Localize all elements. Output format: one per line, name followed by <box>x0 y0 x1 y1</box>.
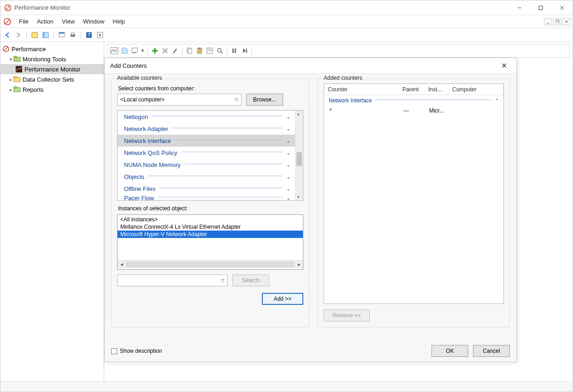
expand-icon[interactable]: ⌄ <box>286 138 290 144</box>
zoom-icon[interactable] <box>216 47 224 55</box>
svg-rect-42 <box>246 48 247 53</box>
svg-rect-41 <box>235 48 236 53</box>
svg-line-39 <box>221 52 223 53</box>
dropdown-icon[interactable]: ▼ <box>141 48 145 53</box>
expand-icon[interactable]: ⌄ <box>286 162 290 168</box>
counter-category-item[interactable]: Network Adapter⌄ <box>118 123 295 135</box>
window-title: Performance Monitor <box>14 4 509 11</box>
freeze-icon[interactable] <box>230 47 238 55</box>
menu-view[interactable]: View <box>58 17 78 26</box>
view-histogram-icon[interactable] <box>120 47 129 55</box>
counter-group-row[interactable]: Network Interface ⌃ <box>324 95 503 106</box>
horizontal-scrollbar[interactable]: ◂ ▸ <box>118 260 303 268</box>
collapse-icon[interactable]: ⌃ <box>495 98 499 104</box>
scroll-left-icon[interactable]: ◂ <box>118 261 125 268</box>
scroll-up-icon[interactable]: ▴ <box>297 112 300 116</box>
counter-category-list[interactable]: Netlogon⌄ Network Adapter⌄ Network Inter… <box>117 110 303 201</box>
show-description-label: Show description <box>120 348 162 354</box>
maximize-button[interactable] <box>530 0 551 15</box>
back-icon[interactable] <box>3 31 12 39</box>
new-window-icon[interactable] <box>58 31 66 39</box>
tree-reports[interactable]: ▸ Reports <box>0 84 104 95</box>
svg-rect-24 <box>14 77 17 78</box>
statusbar <box>0 381 573 392</box>
menu-action[interactable]: Action <box>33 17 57 26</box>
forward-icon[interactable] <box>14 31 23 39</box>
expand-icon[interactable]: ⌄ <box>286 114 290 120</box>
scroll-down-icon[interactable]: ▾ <box>297 195 300 199</box>
chevron-down-icon: ▽ <box>235 97 238 102</box>
collapse-icon[interactable]: ▾ <box>8 57 13 62</box>
help-icon[interactable]: ? <box>85 31 93 39</box>
view-graph-icon[interactable] <box>110 47 118 55</box>
expand-icon[interactable]: ⌄ <box>286 174 290 180</box>
tree-data-collector-sets[interactable]: ▸ Data Collector Sets <box>0 74 104 84</box>
perfmon-app-icon <box>3 18 12 26</box>
add-button[interactable]: Add >> <box>262 293 303 305</box>
vertical-scrollbar[interactable]: ▴ ▾ <box>295 111 303 200</box>
counter-category-item[interactable]: Objects⌄ <box>118 171 295 183</box>
col-counter[interactable]: Counter <box>324 86 399 93</box>
menu-file[interactable]: File <box>15 17 32 26</box>
dialog-close-button[interactable]: ✕ <box>497 59 511 72</box>
view-report-icon[interactable] <box>130 47 139 55</box>
expand-icon[interactable]: ▸ <box>8 77 13 82</box>
counter-category-item[interactable]: Pacer Flow⌄ <box>118 195 295 200</box>
counter-category-item[interactable]: Network Interface⌄ <box>118 135 295 147</box>
col-computer[interactable]: Computer <box>449 86 503 93</box>
minimize-button[interactable] <box>509 0 530 15</box>
instance-item[interactable]: Mellanox ConnectX-4 Lx Virtual Ethernet … <box>118 223 303 231</box>
expand-icon[interactable]: ⌄ <box>286 186 290 192</box>
show-hide-tree-icon[interactable] <box>30 31 39 39</box>
col-parent[interactable]: Parent <box>399 86 425 93</box>
tree-monitoring-tools[interactable]: ▾ Monitoring Tools <box>0 54 104 64</box>
col-instance[interactable]: Inst... <box>425 86 449 93</box>
run-icon[interactable] <box>96 31 104 39</box>
menu-help[interactable]: Help <box>109 17 129 26</box>
mdi-close-button[interactable]: × <box>562 18 571 25</box>
counter-category-item[interactable]: NUMA Node Memory⌄ <box>118 159 295 171</box>
scrollbar-thumb[interactable] <box>296 152 302 166</box>
show-description-checkbox[interactable] <box>111 348 117 354</box>
counter-category-item[interactable]: Netlogon⌄ <box>118 111 295 123</box>
counter-category-item[interactable]: Offline Files⌄ <box>118 183 295 195</box>
instances-list[interactable]: <All instances> Mellanox ConnectX-4 Lx V… <box>117 214 303 270</box>
delete-counter-icon[interactable] <box>161 47 169 55</box>
tree-label: Data Collector Sets <box>23 76 74 83</box>
expand-icon[interactable]: ⌄ <box>286 150 290 156</box>
paste-icon[interactable] <box>195 47 204 55</box>
search-combo[interactable]: ▽ <box>117 274 228 286</box>
tree-label: Reports <box>23 86 44 93</box>
table-row[interactable]: * --- Micr... <box>324 106 503 115</box>
copy-icon[interactable] <box>185 47 194 55</box>
browse-button[interactable]: Browse... <box>246 94 283 106</box>
highlight-icon[interactable] <box>171 47 179 55</box>
tree-label: Performance <box>12 46 46 53</box>
counter-category-item[interactable]: Network QoS Policy⌄ <box>118 147 295 159</box>
svg-line-7 <box>6 19 10 24</box>
cancel-button[interactable]: Cancel <box>473 345 510 357</box>
menu-window[interactable]: Window <box>79 17 108 26</box>
properties-icon[interactable] <box>206 47 214 55</box>
mdi-minimize-button[interactable]: _ <box>544 18 552 25</box>
close-button[interactable] <box>551 0 573 15</box>
expand-icon[interactable]: ▸ <box>8 87 13 92</box>
added-counters-table[interactable]: Counter Parent Inst... Computer Network … <box>324 83 504 304</box>
expand-icon[interactable]: ⌄ <box>286 126 290 132</box>
computer-select[interactable]: <Local computer> ▽ <box>117 94 242 106</box>
ok-button[interactable]: OK <box>431 345 468 357</box>
instance-item[interactable]: Microsoft Hyper-V Network Adapter <box>118 231 303 238</box>
properties-pane-icon[interactable] <box>41 31 50 39</box>
instance-item[interactable]: <All instances> <box>118 216 303 223</box>
add-counter-icon[interactable] <box>151 47 159 55</box>
svg-rect-26 <box>14 87 17 88</box>
scroll-right-icon[interactable]: ▸ <box>295 261 303 268</box>
print-icon[interactable] <box>69 31 77 39</box>
chart-icon <box>15 65 23 73</box>
update-icon[interactable] <box>240 47 248 55</box>
folder-reports-icon <box>13 86 21 93</box>
navigation-tree[interactable]: Performance ▾ Monitoring Tools Performan… <box>0 42 104 381</box>
mdi-restore-button[interactable]: ❐ <box>553 18 561 25</box>
tree-root-performance[interactable]: Performance <box>0 44 104 54</box>
tree-performance-monitor[interactable]: Performance Monitor <box>0 64 104 74</box>
